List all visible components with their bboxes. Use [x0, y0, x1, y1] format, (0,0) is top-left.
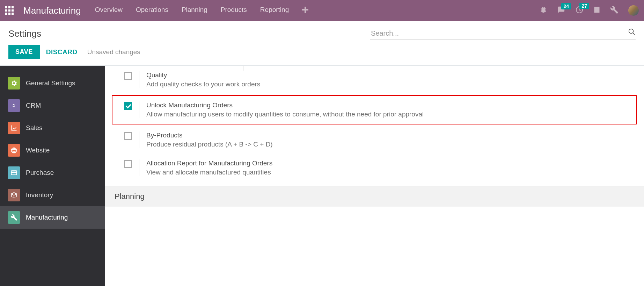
setting-unlock-mo: Unlock Manufacturing Orders Allow manufa… — [112, 95, 637, 124]
svg-line-1 — [633, 33, 635, 35]
sidebar-item-label: CRM — [26, 102, 41, 109]
discard-button[interactable]: DISCARD — [46, 48, 78, 56]
bug-icon[interactable] — [540, 6, 547, 15]
nav-overview[interactable]: Overview — [95, 6, 123, 15]
clock-icon[interactable]: 27 — [575, 6, 584, 15]
building-icon[interactable] — [593, 6, 600, 15]
checkbox-quality[interactable] — [124, 72, 132, 80]
setting-desc: View and allocate manufactured quantitie… — [146, 169, 272, 176]
card-icon — [8, 166, 20, 179]
sidebar-item-purchase[interactable]: Purchase — [0, 162, 105, 184]
user-avatar[interactable] — [628, 5, 639, 16]
setting-title: By-Products — [146, 131, 273, 139]
activity-badge: 27 — [579, 3, 589, 9]
setting-quality: Quality Add quality checks to your work … — [105, 66, 644, 94]
section-planning: Planning — [105, 186, 644, 207]
globe-icon — [8, 144, 20, 157]
sidebar-item-label: Manufacturing — [26, 214, 68, 221]
sidebar-item-crm[interactable]: CRM — [0, 94, 105, 117]
box-icon — [8, 189, 20, 201]
sidebar-item-manufacturing[interactable]: Manufacturing — [0, 206, 105, 229]
apps-grid-icon[interactable] — [5, 6, 14, 15]
sidebar-item-inventory[interactable]: Inventory — [0, 184, 105, 206]
setting-title: Unlock Manufacturing Orders — [146, 101, 424, 109]
save-button[interactable]: SAVE — [8, 45, 40, 59]
wrench-small-icon — [8, 211, 20, 224]
sidebar-item-sales[interactable]: Sales — [0, 117, 105, 139]
action-bar: SAVE DISCARD Unsaved changes — [0, 40, 644, 65]
sidebar-item-label: Website — [26, 146, 50, 154]
top-navbar: Manufacturing Overview Operations Planni… — [0, 0, 644, 21]
setting-desc: Produce residual products (A + B -> C + … — [146, 141, 273, 148]
setting-by-products: By-Products Produce residual products (A… — [105, 126, 644, 154]
svg-point-0 — [629, 29, 634, 34]
settings-sidebar: General Settings CRM Sales Website Purch… — [0, 66, 105, 286]
wrench-icon[interactable] — [610, 6, 619, 15]
top-nav: Overview Operations Planning Products Re… — [95, 6, 540, 15]
unsaved-label: Unsaved changes — [87, 48, 140, 56]
sidebar-item-label: Inventory — [26, 191, 53, 199]
divider-stub — [243, 66, 243, 71]
setting-desc: Add quality checks to your work orders — [146, 80, 260, 88]
nav-reporting[interactable]: Reporting — [260, 6, 289, 15]
settings-content: Quality Add quality checks to your work … — [105, 66, 644, 286]
nav-products[interactable]: Products — [221, 6, 247, 15]
chat-badge: 24 — [561, 3, 571, 9]
nav-operations[interactable]: Operations — [136, 6, 168, 15]
checkbox-by-products[interactable] — [124, 132, 132, 140]
app-name: Manufacturing — [23, 5, 81, 16]
nav-planning[interactable]: Planning — [182, 6, 207, 15]
topbar-right: 24 27 — [540, 5, 639, 16]
sidebar-item-label: General Settings — [26, 79, 75, 87]
chart-line-icon — [8, 122, 20, 134]
chat-icon[interactable]: 24 — [557, 6, 565, 15]
setting-desc: Allow manufacturing users to modify quan… — [146, 110, 424, 118]
checkbox-unlock-mo[interactable] — [124, 102, 132, 110]
search-icon[interactable] — [628, 28, 636, 37]
setting-title: Quality — [146, 71, 260, 79]
handshake-icon — [8, 99, 20, 112]
setting-allocation-report: Allocation Report for Manufacturing Orde… — [105, 154, 644, 182]
setting-title: Allocation Report for Manufacturing Orde… — [146, 159, 272, 167]
sub-header: Settings — [0, 21, 644, 40]
search-input[interactable] — [370, 27, 636, 40]
search-wrap — [370, 27, 636, 40]
plus-icon[interactable] — [302, 6, 308, 15]
sidebar-item-label: Sales — [26, 124, 43, 132]
sidebar-item-website[interactable]: Website — [0, 139, 105, 162]
sidebar-item-label: Purchase — [26, 169, 54, 177]
page-title: Settings — [8, 28, 41, 39]
sidebar-item-general[interactable]: General Settings — [0, 72, 105, 94]
checkbox-allocation-report[interactable] — [124, 160, 132, 168]
gear-icon — [8, 77, 20, 90]
